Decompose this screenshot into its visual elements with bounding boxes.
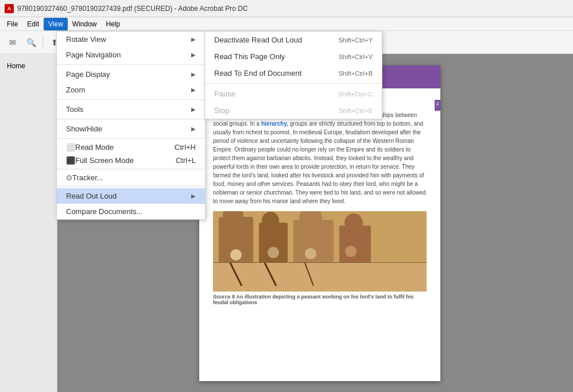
menu-sep-1 [57,64,205,65]
menu-sep-4 [57,138,205,139]
submenu-stop: Stop Shift+Ctrl+E [205,102,382,119]
menu-view[interactable]: View [44,18,68,30]
title-bar: A 9780190327460_9780190327439.pdf (SECUR… [0,0,573,17]
arrow-icon: ▶ [191,126,196,132]
arrow-icon: ▶ [191,71,196,77]
svg-point-14 [230,249,242,261]
view-menu-read-out-loud[interactable]: Read Out Loud ▶ [57,188,205,204]
submenu-read-page[interactable]: Read This Page Only Shift+Ctrl+V [205,48,382,65]
menu-help[interactable]: Help [102,18,125,30]
view-menu-zoom[interactable]: Zoom ▶ [57,82,205,98]
sidebar: Home [0,54,57,392]
view-menu-page-display[interactable]: Page Display ▶ [57,67,205,82]
arrow-icon: ▶ [191,106,196,112]
pdf-highlight-hierarchy: hierarchy, [261,121,288,127]
menu-window[interactable]: Window [68,18,102,30]
submenu-deactivate[interactable]: Deactivate Read Out Loud Shift+Ctrl+Y [205,32,382,48]
arrow-icon: ▶ [191,52,196,58]
menu-file[interactable]: File [2,18,22,30]
submenu-read-end[interactable]: Read To End of Document Shift+Ctrl+B [205,65,382,81]
view-menu-dropdown: Rotate View ▶ Page Navigation ▶ Page Dis… [56,31,206,220]
arrow-icon: ▶ [191,36,196,42]
full-screen-icon: ⬛ [66,156,75,165]
read-mode-icon: ⬜ [66,143,75,152]
view-menu-tools[interactable]: Tools ▶ [57,102,205,117]
pdf-body-2: groups are strictly structured from top … [213,121,426,204]
toolbar-sep-1 [42,37,43,48]
svg-point-16 [305,248,316,259]
svg-point-17 [345,246,357,257]
pdf-caption-label: Source 8 [213,294,235,300]
svg-rect-10 [213,263,427,292]
view-menu-tracker[interactable]: ⊙ Tracker... [57,171,205,184]
sidebar-item-home[interactable]: Home [0,59,57,73]
menu-sep-6 [57,186,205,187]
window-title: 9780190327460_9780190327439.pdf (SECURED… [17,5,248,13]
svg-point-8 [344,214,363,232]
view-menu-show-hide[interactable]: Show/Hide ▶ [57,121,205,137]
svg-point-6 [262,212,279,229]
view-menu-page-nav[interactable]: Page Navigation ▶ [57,47,205,63]
pdf-right-strip: hi... [435,100,440,111]
email-btn[interactable]: ✉ [5,34,21,51]
pdf-illustration [213,211,427,292]
read-out-loud-submenu: Deactivate Read Out Loud Shift+Ctrl+Y Re… [204,31,382,119]
view-menu-full-screen[interactable]: ⬛ Full Screen Mode Ctrl+L [57,154,205,167]
menu-sep-5 [57,169,205,169]
menu-sep-3 [57,119,205,119]
pdf-body: Feudalism was a social system based on t… [213,111,427,205]
pdf-caption-text: An illustration depicting a peasant work… [213,294,413,305]
search-btn[interactable]: 🔍 [23,34,39,51]
arrow-icon: ▶ [191,193,196,199]
tracker-icon: ⊙ [66,173,72,182]
view-menu-rotate[interactable]: Rotate View ▶ [57,32,205,47]
menu-edit[interactable]: Edit [22,18,44,30]
view-menu-read-mode[interactable]: ⬜ Read Mode Ctrl+H [57,141,205,154]
submenu-pause: Pause Shift+Ctrl+C [205,86,382,102]
pdf-image [213,211,427,292]
submenu-sep [205,83,382,84]
menu-sep-2 [57,99,205,100]
menu-bar: File Edit View Window Help [0,17,573,31]
svg-point-15 [268,247,279,258]
view-menu-compare-docs[interactable]: Compare Documents... [57,204,205,219]
pdf-caption: Source 8 An illustration depicting a pea… [213,294,427,305]
arrow-icon: ▶ [191,87,196,93]
app-icon: A [5,4,14,13]
